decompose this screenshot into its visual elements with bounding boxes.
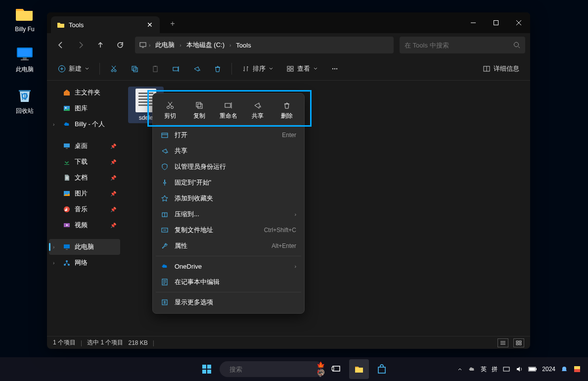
breadcrumb-item[interactable]: 本地磁盘 (C:) <box>183 41 227 49</box>
plus-circle-icon <box>58 65 66 73</box>
ctx-copy-button[interactable]: 复制 <box>185 96 214 125</box>
details-button[interactable]: 详细信息 <box>478 60 524 78</box>
tray-clock[interactable]: 2024 <box>542 366 555 373</box>
sidebar-label: Billy - 个人 <box>75 120 105 129</box>
breadcrumb[interactable]: › 此电脑 › 本地磁盘 (C:) › Tools <box>135 37 394 53</box>
ctx-delete-button[interactable]: 删除 <box>272 96 301 125</box>
svg-rect-51 <box>516 341 518 342</box>
taskview-button[interactable] <box>326 359 346 379</box>
new-tab-button[interactable]: + <box>165 16 181 32</box>
ctx-share-button[interactable]: 共享 <box>243 96 272 125</box>
maximize-button[interactable] <box>485 12 507 33</box>
recycle-icon <box>15 85 35 105</box>
tray-battery-icon[interactable] <box>528 366 537 372</box>
store-taskbar-button[interactable] <box>372 359 392 379</box>
tray-app-icon[interactable] <box>573 365 581 373</box>
explorer-taskbar-button[interactable] <box>349 359 369 379</box>
start-button[interactable] <box>197 359 217 379</box>
document-icon <box>63 174 71 182</box>
svg-point-30 <box>332 68 333 69</box>
ctx-copy-path[interactable]: 复制文件地址 Ctrl+Shift+C <box>156 222 301 238</box>
sidebar-item-personal[interactable]: › Billy - 个人 <box>49 116 120 132</box>
sidebar-item-network[interactable]: › 网络 <box>49 255 120 271</box>
ctx-pin-start[interactable]: 固定到"开始" <box>156 175 301 190</box>
back-button[interactable] <box>52 36 70 54</box>
open-icon <box>161 131 169 139</box>
sidebar-item-thispc[interactable]: › 此电脑 <box>49 239 120 255</box>
ctx-favorites[interactable]: 添加到收藏夹 <box>156 190 301 206</box>
video-icon <box>63 221 71 229</box>
close-button[interactable] <box>507 12 530 33</box>
copy-button[interactable] <box>126 60 143 78</box>
refresh-button[interactable] <box>111 36 129 54</box>
delete-button[interactable] <box>209 60 226 78</box>
ctx-shortcut: Enter <box>282 132 296 139</box>
taskbar-search[interactable]: 🍁🦃 <box>220 361 323 377</box>
cut-button[interactable] <box>105 60 123 78</box>
svg-rect-20 <box>132 66 136 70</box>
ctx-properties[interactable]: 属性 Alt+Enter <box>156 238 301 254</box>
tray-network-icon[interactable] <box>502 365 510 373</box>
breadcrumb-item[interactable]: 此电脑 <box>152 41 178 49</box>
tray-onedrive-icon[interactable] <box>468 365 476 373</box>
paste-icon <box>151 65 159 73</box>
taskbar-search-input[interactable] <box>229 366 313 373</box>
svg-rect-39 <box>64 164 69 165</box>
tray-ime2[interactable]: 拼 <box>492 365 498 374</box>
svg-rect-59 <box>196 102 201 107</box>
minimize-button[interactable] <box>462 12 485 33</box>
rename-button[interactable] <box>167 60 185 78</box>
tray-chevron[interactable] <box>457 366 463 372</box>
search-box[interactable] <box>400 37 525 53</box>
systray: 英 拼 2024 <box>457 365 588 374</box>
sidebar-item-gallery[interactable]: 图库 <box>49 100 120 116</box>
search-input[interactable] <box>405 42 509 49</box>
more-button[interactable] <box>326 60 344 78</box>
ctx-open[interactable]: 打开 Enter <box>156 127 301 143</box>
sidebar-item-videos[interactable]: 视频 📌 <box>49 217 120 233</box>
tab[interactable]: Tools ✕ <box>51 16 160 33</box>
view-button[interactable]: 查看 <box>281 60 323 78</box>
view-large-button[interactable] <box>513 338 524 347</box>
svg-rect-27 <box>291 66 293 68</box>
ctx-share[interactable]: 共享 <box>156 143 301 159</box>
ctx-cut-button[interactable]: 剪切 <box>156 96 185 125</box>
svg-rect-24 <box>173 67 178 71</box>
share-button[interactable] <box>188 60 206 78</box>
notepad-icon <box>161 278 169 286</box>
sidebar-label: 图片 <box>75 189 88 198</box>
sidebar-item-desktop[interactable]: 桌面 📌 <box>49 138 120 154</box>
separator: | <box>153 339 154 346</box>
svg-point-45 <box>66 260 68 262</box>
sidebar-item-music[interactable]: 音乐 📌 <box>49 201 120 217</box>
separator <box>231 63 232 75</box>
sort-button[interactable]: 排序 <box>237 60 278 78</box>
tray-ime1[interactable]: 英 <box>481 365 487 374</box>
paste-button[interactable] <box>146 60 164 78</box>
tray-volume-icon[interactable] <box>515 365 523 373</box>
desktop-icon-thispc[interactable]: 此电脑 <box>7 44 42 74</box>
sidebar-item-home[interactable]: 主文件夹 <box>49 85 120 100</box>
ctx-run-admin[interactable]: 以管理员身份运行 <box>156 159 301 175</box>
desktop-icon-recyclebin[interactable]: 回收站 <box>7 85 42 115</box>
forward-button[interactable] <box>72 36 90 54</box>
new-button[interactable]: 新建 <box>53 60 94 78</box>
ctx-compress[interactable]: 压缩到... › <box>156 206 301 222</box>
ctx-rename-button[interactable]: 重命名 <box>214 96 243 125</box>
sidebar-item-downloads[interactable]: 下载 📌 <box>49 154 120 170</box>
ctx-notepad[interactable]: 在记事本中编辑 <box>156 274 301 290</box>
svg-point-55 <box>167 106 170 109</box>
view-details-button[interactable] <box>498 338 508 347</box>
breadcrumb-item[interactable]: Tools <box>233 42 254 49</box>
ctx-more[interactable]: 显示更多选项 <box>156 294 301 310</box>
folder-icon <box>57 21 65 29</box>
desktop-icon-label: Billy Fu <box>7 26 42 33</box>
sidebar-item-documents[interactable]: 文档 📌 <box>49 170 120 186</box>
pin-icon: 📌 <box>110 223 116 228</box>
ctx-onedrive[interactable]: OneDrive › <box>156 258 301 274</box>
desktop-icon-user[interactable]: Billy Fu <box>7 4 42 33</box>
tray-notifications-icon[interactable] <box>560 365 568 373</box>
tab-close-button[interactable]: ✕ <box>146 21 154 29</box>
up-button[interactable] <box>91 36 109 54</box>
sidebar-item-pictures[interactable]: 图片 📌 <box>49 186 120 201</box>
